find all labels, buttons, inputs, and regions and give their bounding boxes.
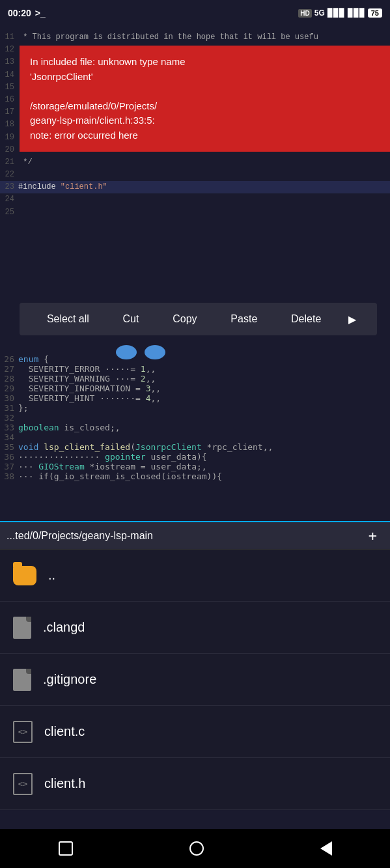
error-popup: In included file: unknown type name 'Jso… bbox=[20, 46, 390, 152]
file-item-gitignore[interactable]: .gitignore bbox=[0, 654, 390, 706]
cursor-indicator bbox=[116, 345, 165, 361]
nav-home-button[interactable] bbox=[189, 841, 204, 856]
code-line: 25 bbox=[0, 206, 390, 219]
status-right: HD 5G ▊▊▊ ▊▊▊ 75 bbox=[298, 8, 382, 18]
code-line: 27 SEVERITY_ERROR ·····= 1,, bbox=[0, 364, 390, 374]
home-icon bbox=[189, 841, 204, 856]
file-item-parent[interactable]: .. bbox=[0, 550, 390, 602]
file-name: .gitignore bbox=[43, 672, 96, 687]
hd-badge: HD bbox=[298, 9, 311, 18]
code-line: 36 ················ gpointer user_data){ bbox=[0, 452, 390, 462]
code-icon: <> bbox=[13, 721, 33, 743]
file-name: .. bbox=[48, 568, 55, 583]
tab-bar: ...ted/0/Projects/geany-lsp-main + bbox=[0, 521, 390, 550]
nav-recents-button[interactable] bbox=[59, 841, 73, 856]
code-line: 11 * This program is distributed in the … bbox=[0, 31, 390, 44]
context-menu: Select all Cut Copy Paste Delete ▶ bbox=[20, 303, 377, 335]
time-display: 00:20 bbox=[8, 8, 31, 18]
error-line2: 'JsonrpcClient' bbox=[30, 71, 93, 82]
code-line: 38 ··· if(g_io_stream_is_closed(iostream… bbox=[0, 471, 390, 481]
status-left: 00:20 >_ bbox=[8, 8, 46, 18]
file-item-client-c[interactable]: <> client.c bbox=[0, 706, 390, 758]
file-name: .clangd bbox=[43, 620, 85, 635]
doc-icon bbox=[13, 669, 31, 691]
file-item-clangd[interactable]: .clangd bbox=[0, 602, 390, 654]
recents-icon bbox=[59, 841, 73, 856]
delete-button[interactable]: Delete bbox=[285, 309, 327, 329]
error-line1: In included file: unknown type name bbox=[30, 56, 185, 67]
editor-container: In included file: unknown type name 'Jso… bbox=[0, 26, 390, 521]
code-line: 22 bbox=[0, 169, 390, 181]
file-name: client.c bbox=[44, 724, 85, 739]
code-line: 33 gboolean is_closed;, bbox=[0, 423, 390, 432]
copy-button[interactable]: Copy bbox=[166, 309, 203, 329]
code-line: 35 void lsp_client_failed(JsonrpcClient … bbox=[0, 442, 390, 452]
paste-button[interactable]: Paste bbox=[224, 309, 264, 329]
code-line: 26 enum { bbox=[0, 354, 390, 364]
file-name: client.h bbox=[44, 776, 85, 791]
nav-back-button[interactable] bbox=[320, 841, 332, 856]
signal-bars: ▊▊▊ bbox=[327, 8, 345, 18]
code-line: 29 SEVERITY_INFORMATION = 3,, bbox=[0, 384, 390, 393]
file-item-client-h[interactable]: <> client.h bbox=[0, 758, 390, 810]
error-line6: note: error occurred here bbox=[30, 130, 138, 141]
code-line: 21 */ bbox=[0, 156, 390, 169]
file-list: .. .clangd .gitignore <> client.c <> cli… bbox=[0, 550, 390, 810]
folder-icon bbox=[13, 566, 36, 585]
error-line5: geany-lsp-main/client.h:33:5: bbox=[30, 115, 155, 126]
battery-indicator: 75 bbox=[368, 8, 382, 18]
signal-5g: 5G bbox=[314, 8, 325, 18]
terminal-prompt: >_ bbox=[35, 8, 46, 18]
new-tab-button[interactable]: + bbox=[362, 527, 383, 544]
wifi-bars: ▊▊▊ bbox=[348, 8, 365, 18]
select-all-button[interactable]: Select all bbox=[40, 309, 96, 329]
more-arrow-icon[interactable]: ▶ bbox=[348, 313, 356, 326]
code-line: 31 }; bbox=[0, 403, 390, 413]
code-line: 24 bbox=[0, 193, 390, 206]
cursor-bubble-left bbox=[116, 345, 137, 359]
cursor-bubble-right bbox=[145, 345, 165, 359]
code-line-active: 23 #include "client.h" bbox=[0, 181, 390, 193]
nav-bar bbox=[0, 829, 390, 868]
code-line: 34 bbox=[0, 432, 390, 442]
status-bar: 00:20 >_ HD 5G ▊▊▊ ▊▊▊ 75 bbox=[0, 0, 390, 26]
doc-icon bbox=[13, 617, 31, 639]
tab-label[interactable]: ...ted/0/Projects/geany-lsp-main bbox=[7, 530, 362, 542]
code-line: 32 bbox=[0, 413, 390, 423]
code-editor-bottom: 26 enum { 27 SEVERITY_ERROR ·····= 1,, 2… bbox=[0, 352, 390, 521]
code-line: 30 SEVERITY_HINT ·······= 4,, bbox=[0, 393, 390, 403]
back-icon bbox=[320, 841, 332, 856]
cut-button[interactable]: Cut bbox=[117, 309, 146, 329]
code-icon: <> bbox=[13, 773, 33, 795]
code-line: 28 SEVERITY_WARNING ···= 2,, bbox=[0, 374, 390, 384]
error-line4: /storage/emulated/0/Projects/ bbox=[30, 100, 157, 111]
code-line: 37 ··· GIOStream *iostream = user_data;, bbox=[0, 462, 390, 471]
